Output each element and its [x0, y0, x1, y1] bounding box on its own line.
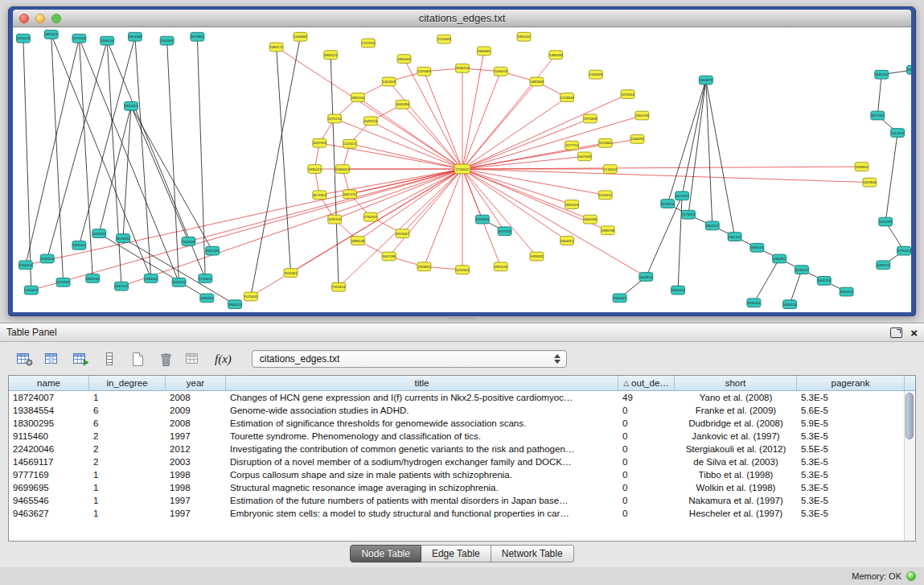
paper-node[interactable]: 1804912 — [561, 237, 574, 245]
paper-node[interactable]: 1722754 — [361, 39, 375, 47]
table-row[interactable]: 969969511998Structural magnetic resonanc… — [9, 481, 905, 494]
citation-network-graph[interactable]: 1724012 1216010 1115460 1973409 1274809 … — [13, 27, 911, 312]
citation-edge[interactable] — [462, 116, 642, 169]
citation-edge[interactable] — [358, 169, 462, 241]
citation-edge[interactable] — [706, 80, 735, 237]
column-header-in_degree[interactable]: in_degree — [89, 376, 166, 390]
citation-edge[interactable] — [51, 35, 151, 278]
table-row[interactable]: 1830029562008Estimation of significance … — [9, 417, 905, 430]
paper-node[interactable]: 1420204 — [382, 77, 396, 86]
close-panel-icon[interactable]: × — [910, 327, 918, 339]
paper-node[interactable]: 1801520 — [565, 200, 579, 209]
citation-edge[interactable] — [277, 47, 291, 273]
table-row[interactable]: 1456911722003Disruption of a novel membe… — [9, 455, 905, 468]
zoom-window-button[interactable] — [51, 14, 61, 23]
paper-node[interactable]: 7319414 — [332, 282, 346, 291]
citation-edge[interactable] — [790, 270, 802, 304]
citation-edge[interactable] — [389, 81, 462, 169]
paper-node[interactable]: 1696254 — [456, 64, 470, 72]
scrollbar-thumb[interactable] — [906, 393, 914, 439]
paper-node[interactable]: 1216412 — [598, 191, 612, 200]
citation-edge[interactable] — [251, 37, 301, 297]
citation-edge[interactable] — [682, 80, 706, 196]
function-builder-button[interactable]: f(x) — [215, 352, 232, 366]
paper-node[interactable]: 1853021 — [44, 30, 58, 39]
paper-node[interactable]: 1150414 — [840, 287, 853, 296]
citation-edge[interactable] — [99, 106, 131, 233]
citation-edge[interactable] — [885, 133, 897, 222]
paper-node[interactable]: 1607180 — [382, 252, 396, 261]
vertical-scrollbar[interactable] — [904, 391, 915, 541]
paper-node[interactable]: 1125121 — [343, 139, 357, 148]
citation-edge[interactable] — [462, 97, 567, 169]
citation-edge[interactable] — [350, 144, 462, 169]
table-import-icon[interactable] — [71, 348, 92, 369]
paper-node[interactable]: 3671813 — [313, 191, 326, 200]
citation-edge[interactable] — [462, 55, 556, 169]
paper-node[interactable]: 1662430 — [583, 215, 597, 224]
paper-node[interactable]: 2059131 — [92, 229, 106, 238]
citation-edge[interactable] — [462, 167, 861, 169]
paper-node[interactable]: 1684951 — [200, 294, 214, 303]
citation-edge[interactable] — [23, 39, 31, 290]
column-header-year[interactable]: year — [166, 376, 226, 390]
paper-node[interactable]: 1590514 — [40, 254, 54, 263]
citation-edge[interactable] — [403, 169, 462, 233]
citation-edge[interactable] — [371, 121, 462, 169]
paper-node[interactable]: 1591821 — [417, 262, 431, 271]
paper-node[interactable]: 1220065 — [417, 67, 431, 76]
paper-node[interactable]: 1684120 — [783, 300, 797, 309]
citation-edge[interactable] — [462, 169, 536, 257]
paper-node[interactable]: 1886149 — [351, 237, 364, 245]
paper-node[interactable]: 2145809 — [589, 70, 602, 79]
citation-edge[interactable] — [26, 39, 80, 266]
paper-node[interactable]: 1961201 — [517, 32, 531, 41]
paper-node[interactable]: 1595801 — [855, 163, 869, 171]
tab-network-table[interactable]: Network Table — [491, 545, 574, 562]
paper-node[interactable]: 1456120 — [101, 36, 114, 45]
column-header-pagerank[interactable]: pagerank — [797, 376, 905, 390]
citation-edge[interactable] — [131, 106, 188, 241]
paper-node[interactable]: 1664091 — [477, 47, 491, 56]
column-header-out_de[interactable]: △out_de… — [618, 376, 675, 390]
paper-node[interactable]: 1057511 — [498, 227, 511, 236]
paper-node[interactable]: 1985798 — [601, 226, 614, 235]
paper-node[interactable]: 1275303 — [72, 34, 86, 43]
window-titlebar[interactable]: citations_edges.txt — [13, 10, 911, 27]
paper-node[interactable]: 1075441 — [244, 292, 257, 301]
paper-node[interactable]: 3067211 — [343, 190, 357, 199]
paper-node[interactable]: 2206081 — [294, 32, 307, 41]
paper-node[interactable]: 1691204 — [172, 278, 186, 286]
paper-node[interactable]: 1693411 — [530, 252, 544, 261]
tab-node-table[interactable]: Node Table — [350, 545, 421, 562]
table-row[interactable]: 1872400712008Changes of HCN gene express… — [9, 391, 905, 404]
citation-edge[interactable] — [877, 75, 881, 116]
paper-node[interactable]: 1720411 — [199, 274, 212, 283]
table-row[interactable]: 946362711997Embryonic stem cells: a mode… — [9, 507, 905, 520]
paper-node[interactable]: 1792401 — [363, 212, 377, 221]
paper-node[interactable]: 1057101 — [115, 282, 129, 290]
paper-node[interactable]: 9245012 — [795, 266, 809, 274]
paper-node[interactable]: 1084120 — [877, 261, 890, 270]
citation-edge[interactable] — [424, 169, 462, 266]
paper-node[interactable]: 5905135 — [86, 274, 100, 283]
paper-node[interactable]: 1901234 — [907, 65, 911, 74]
paper-node[interactable]: 1485093 — [549, 51, 563, 60]
paper-node[interactable]: 1591410 — [875, 70, 889, 79]
paper-node[interactable]: 1684401 — [397, 55, 411, 64]
citation-edge[interactable] — [51, 35, 64, 282]
float-panel-icon[interactable] — [890, 328, 902, 338]
citation-edge[interactable] — [79, 37, 135, 245]
paper-node[interactable]: 1804112 — [705, 221, 719, 230]
paper-node[interactable]: 1945041 — [613, 294, 626, 303]
paper-node[interactable]: 1615016 — [16, 34, 30, 43]
close-window-button[interactable] — [19, 14, 29, 23]
citation-edge[interactable] — [706, 80, 713, 226]
citation-edge[interactable] — [358, 97, 462, 169]
table-row[interactable]: 977716911998Corpus callosum shape and si… — [9, 468, 905, 481]
paper-node[interactable]: 2516009 — [182, 237, 195, 246]
citation-edge[interactable] — [424, 72, 462, 169]
paper-node[interactable]: 2029134 — [363, 117, 377, 126]
row-height-icon[interactable] — [99, 348, 120, 369]
table-settings-icon[interactable] — [14, 348, 35, 369]
